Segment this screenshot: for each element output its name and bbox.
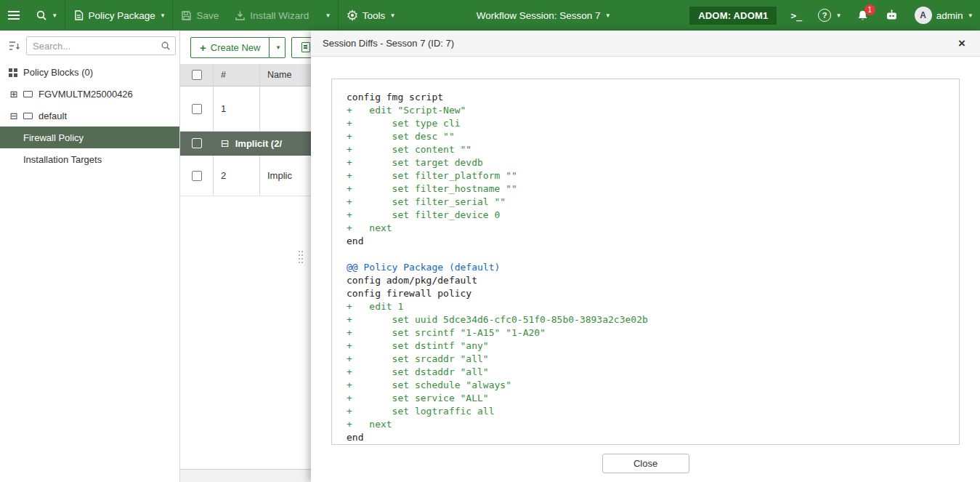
policy-blocks-icon xyxy=(9,68,12,72)
diff-line: config adom/pkg/default xyxy=(347,274,944,287)
chevron-down-icon: ▾ xyxy=(277,44,280,51)
diff-code: config fmg script+ edit "Script-New"+ se… xyxy=(331,79,960,445)
create-new-split-button: + Create New ▾ xyxy=(190,37,286,58)
diff-line: + set logtraffic all xyxy=(347,405,944,418)
diff-line: + set filter_hostname "" xyxy=(347,182,944,196)
cli-console-button[interactable]: >_ xyxy=(782,0,810,31)
diff-line: + set target devdb xyxy=(347,156,944,169)
avatar: A xyxy=(915,7,932,24)
sidebar-item-firewall-policy[interactable]: Firewall Policy xyxy=(0,126,179,148)
row-checkbox[interactable] xyxy=(192,104,202,114)
header-number-column[interactable]: # xyxy=(214,64,260,86)
notification-badge: 1 xyxy=(864,4,875,15)
diff-line: + set srcaddr "all" xyxy=(347,353,944,366)
save-icon xyxy=(181,10,192,21)
diff-line: + next xyxy=(347,418,944,431)
close-button[interactable]: Close xyxy=(602,454,689,473)
row-number-cell: 2 xyxy=(214,156,260,196)
plus-icon: + xyxy=(200,41,206,54)
create-new-button[interactable]: + Create New xyxy=(190,37,270,58)
adom-badge[interactable]: ADOM: ADOM1 xyxy=(689,7,777,25)
diff-line: + next xyxy=(347,222,944,235)
notifications-button[interactable]: 1 xyxy=(849,0,877,31)
top-navbar: ▾ Policy Package ▾ Save Install Wizard ▾… xyxy=(0,0,980,31)
create-new-label: Create New xyxy=(211,42,261,53)
chevron-down-icon: ▾ xyxy=(326,12,330,19)
help-menu[interactable]: ? ▾ xyxy=(810,0,849,31)
diff-line: + set type cli xyxy=(347,117,944,130)
sidebar-item-policy-blocks-0[interactable]: Policy Blocks (0) xyxy=(0,61,179,83)
row-checkbox[interactable] xyxy=(192,171,202,181)
create-new-caret[interactable]: ▾ xyxy=(270,37,286,58)
modal-footer: Close xyxy=(311,445,980,482)
chevron-down-icon: ▾ xyxy=(161,12,165,19)
select-all-checkbox[interactable] xyxy=(192,70,202,80)
diff-line: config fmg script xyxy=(347,91,944,104)
close-icon[interactable]: × xyxy=(958,37,965,49)
collapse-icon[interactable]: ⊟ xyxy=(221,137,230,149)
help-icon: ? xyxy=(818,9,831,22)
sidebar-item-label: Policy Blocks (0) xyxy=(23,67,93,78)
diff-line: config firewall policy xyxy=(347,287,944,300)
tools-menu[interactable]: Tools ▾ xyxy=(339,0,402,31)
chevron-down-icon: ▾ xyxy=(837,12,841,19)
workflow-session-menu[interactable]: Workflow Session: Sesson 7 ▾ xyxy=(469,0,617,31)
chevron-down-icon: ▾ xyxy=(968,12,972,19)
session-diffs-modal: Session Diffs - Sesson 7 (ID: 7) × confi… xyxy=(311,31,980,482)
diff-line: + set dstintf "any" xyxy=(347,340,944,353)
diff-line: + edit "Script-New" xyxy=(347,104,944,117)
forti-assistant-button[interactable] xyxy=(877,0,907,31)
modal-title: Session Diffs - Sesson 7 (ID: 7) xyxy=(323,38,454,49)
sidebar-tree: Policy Blocks (0)⊞FGVMULTM25000426⊟defau… xyxy=(0,61,179,170)
search-icon[interactable] xyxy=(161,41,171,51)
diff-line: + set filter_device 0 xyxy=(347,209,944,222)
workflow-session-label: Workflow Session: Sesson 7 xyxy=(477,10,601,21)
diff-line: + set filter_serial "" xyxy=(347,196,944,209)
policy-package-menu[interactable]: Policy Package ▾ xyxy=(65,0,173,31)
row-checkbox[interactable] xyxy=(192,138,202,148)
install-wizard-icon xyxy=(235,10,246,21)
diff-line: end xyxy=(347,235,944,248)
document-icon xyxy=(301,42,310,52)
sidebar-item-fgvmultm25000426[interactable]: ⊞FGVMULTM25000426 xyxy=(0,83,179,105)
sidebar-item-label: default xyxy=(39,111,67,121)
install-wizard-button[interactable]: Install Wizard xyxy=(227,0,317,31)
user-menu[interactable]: A admin ▾ xyxy=(907,0,980,31)
main-menu-button[interactable] xyxy=(0,0,28,31)
install-wizard-caret[interactable]: ▾ xyxy=(317,0,338,31)
device-icon xyxy=(23,113,33,119)
collapse-icon[interactable]: ⊟ xyxy=(9,111,19,121)
diff-line: @@ Policy Package (default) xyxy=(347,261,944,274)
drag-dots-icon xyxy=(299,251,300,252)
save-label: Save xyxy=(196,10,219,21)
diff-line: + set schedule "always" xyxy=(347,379,944,392)
sort-icon[interactable] xyxy=(9,41,20,51)
install-wizard-label: Install Wizard xyxy=(250,10,309,21)
save-button[interactable]: Save xyxy=(173,0,227,31)
diff-line xyxy=(347,248,944,261)
chevron-down-icon: ▾ xyxy=(391,12,394,19)
tools-label: Tools xyxy=(363,10,386,21)
sidebar-search-box xyxy=(26,36,176,55)
hamburger-icon xyxy=(8,11,20,12)
diff-line: + set uuid 5dce34d6-cfc0-51f0-85b0-3893a… xyxy=(347,313,944,326)
section-label: Implicit (2/ xyxy=(235,138,282,149)
sidebar-search-row xyxy=(0,31,179,61)
chevron-down-icon: ▾ xyxy=(607,12,610,19)
sidebar-item-default[interactable]: ⊟default xyxy=(0,105,179,126)
sidebar-item-installation-targets[interactable]: Installation Targets xyxy=(0,148,179,170)
policy-package-label: Policy Package xyxy=(89,10,155,21)
diff-line: + set service "ALL" xyxy=(347,392,944,405)
sidebar-search-input[interactable] xyxy=(33,41,161,52)
diff-line: + set srcintf "1-A15" "1-A20" xyxy=(347,326,944,340)
modal-header: Session Diffs - Sesson 7 (ID: 7) × xyxy=(311,31,980,57)
sidebar-item-label: Firewall Policy xyxy=(23,132,84,143)
panel-resize-handle[interactable] xyxy=(299,251,306,267)
diff-line: + set filter_platform "" xyxy=(347,169,944,182)
modal-body: config fmg script+ edit "Script-New"+ se… xyxy=(311,57,980,445)
expand-icon[interactable]: ⊞ xyxy=(9,89,19,100)
global-search-button[interactable]: ▾ xyxy=(28,0,65,31)
search-icon xyxy=(36,9,47,21)
diff-line: + set content "" xyxy=(347,143,944,156)
row-number-cell: 1 xyxy=(214,87,260,131)
